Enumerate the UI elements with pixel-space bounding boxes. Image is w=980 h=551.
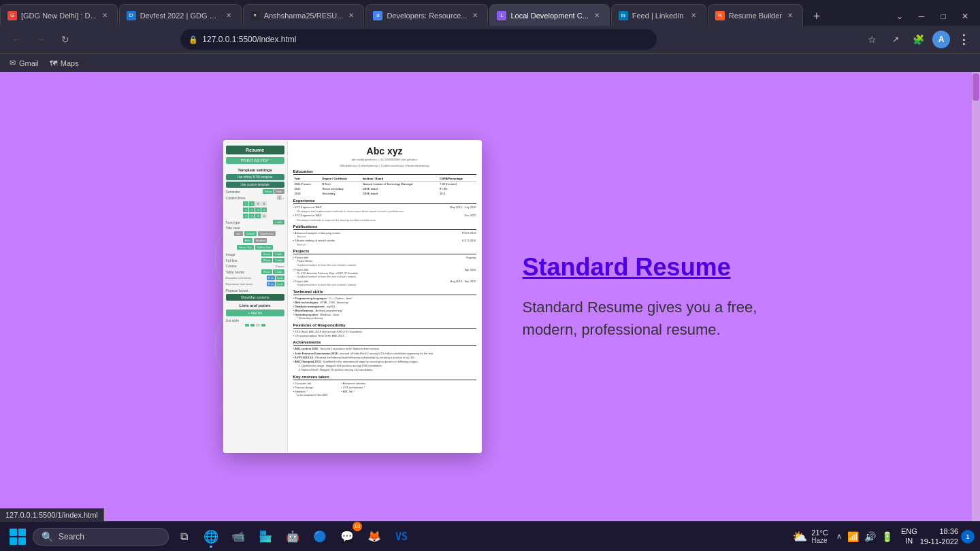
browser-menu-button[interactable]: ⋮	[954, 30, 973, 49]
sidebar-list-style: List style	[226, 318, 284, 322]
refresh-button[interactable]: ↻	[56, 30, 75, 49]
vscode-icon: VS	[395, 531, 408, 543]
taskbar-app-browser2[interactable]: 🦊	[362, 524, 387, 549]
sidebar-fullline-row: Full line Show 1 side	[226, 258, 284, 263]
system-arrow-up-icon[interactable]: ∧	[836, 532, 842, 541]
tab-devfest[interactable]: D Devfest 2022 | GDG N... ✕	[119, 4, 242, 26]
resume-description: Standard Resume gives you a free, modern…	[523, 296, 757, 341]
url-text: 127.0.0.1:5500/index.html	[202, 35, 649, 44]
resume-projects-section: Projects • Project title Ongoing Project…	[293, 249, 476, 286]
url-bar[interactable]: 🔒 127.0.0.1:5500/index.html	[180, 29, 657, 50]
maximize-button[interactable]: □	[934, 7, 953, 26]
tab-chevron-down[interactable]: ⌄	[890, 7, 909, 26]
bookmark-maps-label: Maps	[61, 59, 79, 67]
taskbar-lang[interactable]: ENG IN	[901, 527, 917, 545]
tab-devfest-close[interactable]: ✕	[223, 10, 234, 21]
taskbar-search-icon: 🔍	[42, 531, 53, 542]
scrollbar-thumb[interactable]	[973, 73, 979, 101]
sidebar-add-list[interactable]: + Add list	[226, 310, 284, 316]
tab-linkedin[interactable]: in Feed | LinkedIn ✕	[611, 4, 706, 26]
wifi-icon[interactable]: 📶	[847, 531, 859, 542]
notifications-button[interactable]: 1	[961, 530, 975, 544]
tab-github-label: Anshsharma25/RESU...	[264, 12, 344, 20]
back-button[interactable]: ←	[7, 30, 26, 49]
tab-linkedin-favicon: in	[619, 11, 628, 20]
tab-devfest-label: Devfest 2022 | GDG N...	[140, 12, 220, 20]
sidebar-resume-title: Resume	[226, 146, 284, 154]
description-line2: modern, professional resume.	[523, 321, 721, 338]
taskbar-app-android[interactable]: 🤖	[280, 524, 305, 549]
taskbar-taskview[interactable]: ⧉	[172, 524, 196, 549]
tab-local[interactable]: L Local Development C... ✕	[489, 4, 609, 26]
tab-linkedin-label: Feed | LinkedIn	[632, 12, 685, 20]
tab-github[interactable]: ⚬ Anshsharma25/RESU... ✕	[243, 4, 365, 26]
sidebar-print-btn[interactable]: PRINT AS PDF	[226, 157, 284, 164]
sidebar-num-row-2: 1 2 3 4	[226, 207, 284, 212]
sidebar-num-row-3: 1 2 3 4	[226, 214, 284, 218]
taskbar-app-meet[interactable]: 📹	[226, 524, 250, 549]
tab-gdg-close[interactable]: ✕	[99, 10, 110, 21]
minimize-button[interactable]: ─	[912, 7, 931, 26]
bookmark-maps[interactable]: 🗺 Maps	[50, 59, 79, 67]
battery-icon[interactable]: 🔋	[881, 531, 893, 542]
sidebar-course-row: Course 2 times	[226, 264, 284, 268]
sidebar-template-settings-label: Template settings	[226, 168, 284, 172]
close-window-button[interactable]: ✕	[956, 7, 975, 26]
sidebar-education-row: Education over items Free Lock	[226, 276, 284, 280]
tab-local-close[interactable]: ✕	[591, 10, 602, 21]
standard-resume-title-link[interactable]: Standard Resume	[523, 252, 757, 282]
sidebar-num-row-1: 1 2 3 4	[226, 201, 284, 206]
bookmark-star-button[interactable]: ☆	[863, 30, 882, 49]
start-button[interactable]	[5, 524, 30, 549]
tab-developers-close[interactable]: ✕	[470, 10, 480, 21]
tab-github-close[interactable]: ✕	[346, 10, 357, 21]
weather-condition: Haze	[811, 537, 828, 544]
windows-logo	[10, 529, 26, 545]
sidebar-showmax-system[interactable]: ShowMax systems	[226, 294, 284, 301]
taskbar-app-whatsapp[interactable]: 💬 10	[335, 524, 359, 549]
store-icon: 🏪	[259, 530, 272, 543]
tab-linkedin-close[interactable]: ✕	[688, 10, 699, 21]
description-line1: Standard Resume gives you a free,	[523, 299, 757, 316]
sidebar-custom-template[interactable]: Use custom template	[226, 182, 284, 188]
taskbar-search[interactable]: 🔍 Search	[33, 528, 169, 546]
new-tab-button[interactable]: +	[807, 7, 826, 26]
tab-developers[interactable]: d Developers: Resource... ✕	[365, 4, 488, 26]
education-table: Year Degree / Certificate Institute / Bo…	[293, 176, 476, 196]
sidebar-font-row: Font type 1 side	[226, 220, 284, 224]
resume-links: Github/abcxyz | LinkedIn/abcxyz | Codefo…	[293, 164, 476, 167]
tab-resume[interactable]: R Resume Builder ✕	[708, 4, 803, 26]
resume-achievements-section: Achievements • ABC contest 2016 : Secure…	[293, 340, 476, 371]
taskbar-app-edge[interactable]: 🌐	[199, 524, 223, 549]
browser-window: G [GDG New Delhi] : D... ✕ D Devfest 202…	[0, 0, 980, 72]
url-tooltip: 127.0.0.1:5500/1/index.html	[0, 508, 104, 521]
page-scrollbar[interactable]	[972, 72, 980, 521]
tab-resume-close[interactable]: ✕	[785, 10, 796, 21]
tab-local-label: Local Development C...	[510, 12, 588, 20]
sidebar-image-row: Image Show 1 side	[226, 252, 284, 256]
taskbar-datetime[interactable]: 18:36 19-11-2022	[920, 527, 958, 546]
forward-button[interactable]: →	[31, 30, 50, 49]
weather-temp: 21°C	[811, 529, 828, 537]
resume-name: Abc xyz	[293, 146, 476, 156]
resume-positions-section: Positions of Responsibility • XXX Head, …	[293, 323, 476, 337]
extensions-button[interactable]: 🧩	[909, 30, 928, 49]
taskbar-app-chrome[interactable]: 🔵	[308, 524, 332, 549]
android-icon: 🤖	[286, 530, 299, 543]
address-actions: ☆ ↗ 🧩 A ⋮	[863, 30, 973, 49]
profile-avatar[interactable]: A	[932, 31, 950, 48]
tab-gdg[interactable]: G [GDG New Delhi] : D... ✕	[0, 4, 118, 26]
tab-gdg-label: [GDG New Delhi] : D...	[21, 12, 97, 20]
tab-devfest-favicon: D	[127, 11, 136, 20]
volume-icon[interactable]: 🔊	[864, 531, 876, 542]
tab-controls: ⌄ ─ □ ✕	[890, 7, 980, 26]
sidebar-official-template[interactable]: Use official NTW template	[226, 174, 284, 180]
browser2-icon: 🦊	[368, 530, 381, 543]
maps-favicon: 🗺	[50, 59, 58, 67]
taskbar-app-vscode[interactable]: VS	[389, 524, 414, 549]
tab-developers-favicon: d	[373, 11, 382, 20]
share-button[interactable]: ↗	[886, 30, 905, 49]
taskbar-app-store[interactable]: 🏪	[253, 524, 278, 549]
bookmark-gmail[interactable]: ✉ Gmail	[8, 59, 39, 67]
main-content: Resume PRINT AS PDF Template settings Us…	[0, 72, 980, 521]
